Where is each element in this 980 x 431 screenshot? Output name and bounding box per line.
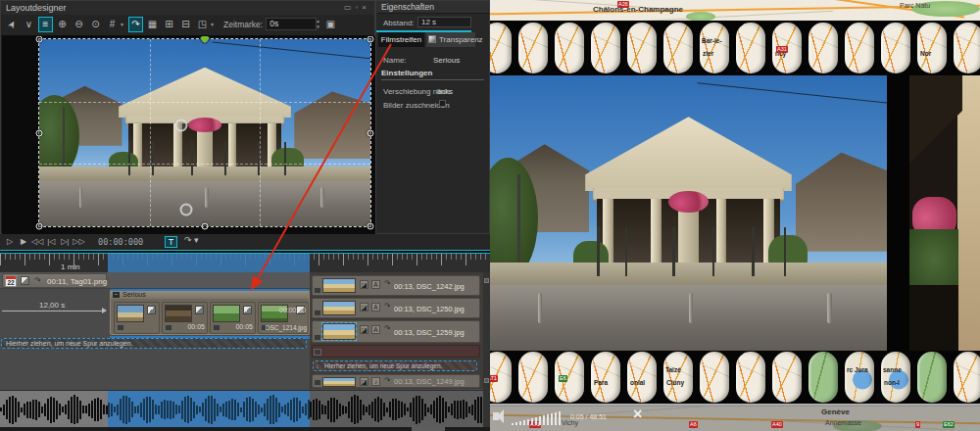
dropdown-arrow-icon[interactable]: ▾ — [211, 15, 218, 34]
text-mode-button[interactable]: T — [165, 236, 177, 248]
close-icon[interactable]: × — [633, 407, 642, 423]
play-button[interactable]: ▷ — [4, 236, 16, 248]
clip-thumbnail — [322, 301, 356, 315]
calendar-day: 22 — [6, 279, 16, 287]
tab-filmstreifen[interactable]: Filmstreifen — [378, 32, 424, 47]
anchor-point-circle[interactable] — [175, 119, 188, 131]
layoutdesigner-canvas[interactable] — [2, 36, 375, 234]
camera-icon[interactable]: ▦ — [145, 17, 160, 32]
resize-handle-e[interactable] — [368, 129, 374, 136]
tab-transparenz[interactable]: Transparenz — [426, 32, 475, 47]
zeitmarke-spinner[interactable]: ▴▾ — [317, 18, 319, 29]
fence-post — [224, 142, 226, 175]
fence-post — [128, 142, 130, 175]
fence-post — [784, 227, 786, 277]
remove-object-icon[interactable]: ⊟ — [178, 17, 193, 32]
skip-start-button[interactable]: ◁◁ — [31, 236, 43, 248]
timeline-right-scrollbar[interactable] — [483, 272, 490, 427]
timeline-clip[interactable]: ◪A↷00:13, DSC_1242.jpg — [312, 275, 480, 296]
filmstrip-sprocket-hole: rc Jura — [845, 352, 874, 403]
map-label: Taizé — [665, 366, 681, 373]
timeline-clip[interactable]: ◪A↷00:13, DSC_1259.jpg — [312, 320, 480, 343]
ruler-selection-range[interactable] — [108, 254, 310, 272]
add-object-icon[interactable]: ⊞ — [162, 17, 176, 32]
keyframe-curve-icon[interactable]: ↷ — [128, 17, 143, 32]
zoom-fit-icon[interactable]: ⊙ — [88, 17, 103, 32]
grid-icon[interactable]: # — [105, 17, 120, 32]
snap-tool-icon[interactable]: ∨ — [22, 17, 36, 32]
clip-label: 00:13, DSC_1242.jpg — [394, 281, 465, 290]
collapse-icon[interactable]: − — [113, 292, 120, 298]
clip-thumbnail — [322, 278, 356, 293]
new-track-drop-zone[interactable]: Hierher ziehen, um neue Spur anzulegen. — [1, 338, 307, 349]
close-icon[interactable]: × — [362, 3, 370, 12]
audio-waveform-segment[interactable] — [310, 391, 483, 428]
group-clip[interactable]: 00:05 — [210, 302, 256, 334]
group-clip[interactable] — [114, 302, 160, 334]
video-preview-monitor[interactable]: A26 Châlons-en-Champagne Parc Natu Bar-l… — [490, 0, 980, 431]
pavilion-pediment — [585, 117, 792, 191]
map-city-label: Châlons-en-Champagne — [593, 5, 683, 14]
canvas-selected-object[interactable] — [39, 39, 370, 226]
zoom-out-icon[interactable]: ⊖ — [72, 17, 86, 32]
frame-back-button[interactable]: |◁ — [45, 236, 57, 248]
road-badge: A31 — [776, 46, 788, 53]
new-track-drop-zone[interactable]: ↓ Hierher ziehen, um neue Spur anzulegen… — [313, 360, 477, 371]
timeline-clip[interactable]: ◪A↷00:13, DSC_1250.jpg — [312, 298, 480, 318]
scroll-icon[interactable] — [484, 278, 489, 283]
group-clip[interactable]: 00:00:30DSC_1214.jpg — [258, 302, 309, 334]
anchor-position-icon[interactable]: ◳ — [195, 17, 210, 32]
abstand-input[interactable]: 12 s — [417, 17, 471, 27]
clip-thumbnail — [165, 305, 192, 322]
effect-icon — [243, 306, 252, 314]
resize-handle-ne[interactable] — [368, 36, 374, 43]
zoom-in-icon[interactable]: ⊕ — [55, 17, 70, 32]
save-layout-button[interactable]: ▣ — [323, 17, 338, 32]
filmstrip-sprocket-hole — [518, 23, 548, 73]
frame-forward-button[interactable]: ▷| — [59, 236, 71, 248]
zeitmarke-input[interactable]: 0s — [266, 18, 317, 30]
clip-thumbnail — [322, 323, 356, 340]
resize-handle-w[interactable] — [36, 129, 43, 136]
timeline-horizontal-scrollbar[interactable] — [0, 427, 490, 431]
anchor-point-circle[interactable] — [180, 203, 193, 216]
resize-handle-se[interactable] — [368, 223, 374, 230]
play-selection-button[interactable]: ▶ — [18, 236, 29, 248]
audio-waveform-segment[interactable] — [0, 391, 108, 428]
minimize-icon[interactable]: ▭ — [344, 3, 356, 12]
shift-direction-value[interactable]: links — [437, 87, 453, 96]
select-tool-icon[interactable]: ➤ — [2, 15, 23, 35]
foliage — [909, 229, 958, 290]
timeline-group-object[interactable]: − Serious 00:0500:0500:00:30DSC_1214.jpg — [110, 289, 310, 335]
resize-handle-s[interactable] — [202, 223, 209, 230]
fence-post — [597, 227, 599, 277]
map-area-label: Parc Natu — [900, 2, 930, 9]
scrollbar-handle[interactable] — [412, 427, 445, 431]
bollard — [538, 293, 542, 323]
audio-waveform-segment[interactable] — [108, 391, 310, 428]
lamp-post — [63, 107, 65, 170]
dropdown-arrow-icon[interactable]: ▾ — [121, 15, 127, 34]
resize-handle-sw[interactable] — [36, 223, 43, 230]
clip-label: 00:13, DSC_1250.jpg — [394, 304, 465, 312]
filmstrip-sprocket-hole — [591, 23, 620, 73]
curve-mode-button[interactable]: ↷ ▾ — [184, 235, 199, 245]
speaker-icon[interactable] — [493, 412, 499, 420]
group-clip[interactable]: 00:05 — [162, 302, 208, 334]
timeline-ruler[interactable]: 1 min — [0, 254, 490, 272]
name-value[interactable]: Serious — [433, 56, 460, 65]
volume-slider[interactable] — [512, 409, 566, 425]
position-size-tool-icon[interactable]: ≡ — [38, 17, 53, 32]
filmstrip-sprocket-hole — [627, 23, 657, 73]
crop-images-checkbox[interactable] — [439, 100, 446, 107]
scroll-icon[interactable] — [484, 378, 489, 383]
window-buttons[interactable]: ▭◦× — [344, 1, 370, 15]
timeline-track-1[interactable]: 22 ↷ 00:11, Tag01.png — [0, 272, 310, 289]
timeline-clip[interactable]: ◪ ♪ ↷ 00:13, DSC_1249.jpg — [312, 374, 480, 388]
timeline-clip-tag01[interactable]: 22 ↷ 00:11, Tag01.png — [2, 273, 107, 288]
skip-end-button[interactable]: ▷▷ — [73, 236, 84, 248]
audio-track[interactable] — [0, 390, 483, 427]
group-header[interactable]: − Serious — [111, 291, 309, 299]
layoutdesigner-titlebar[interactable]: Layoutdesigner ▭◦× — [1, 1, 374, 15]
empty-track-row[interactable] — [312, 345, 480, 358]
